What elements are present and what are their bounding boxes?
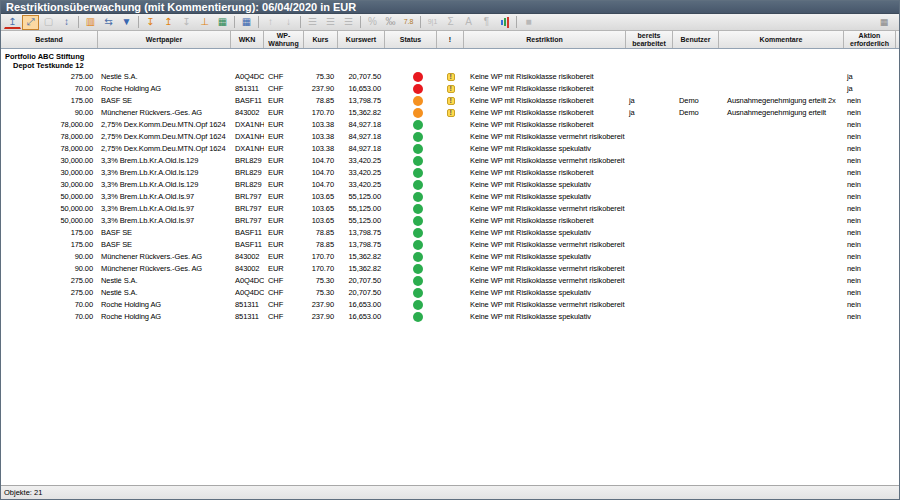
waehrung-cell: CHF xyxy=(264,275,304,287)
wkn-cell: DXA1NH xyxy=(231,131,264,143)
column-header-kurs[interactable]: Kurs xyxy=(304,31,338,48)
table-row[interactable]: 70.00Roche Holding AG851311CHF237.9016,6… xyxy=(1,311,899,323)
wkn-cell: BASF11 xyxy=(231,227,264,239)
column-header-status[interactable]: Status xyxy=(385,31,437,48)
status-cell xyxy=(385,192,437,202)
wertpapier-cell: BASF SE xyxy=(98,227,231,239)
waehrung-cell: CHF xyxy=(264,71,304,83)
freeze-columns-icon[interactable]: ▥ xyxy=(82,15,99,30)
window-layout-icon[interactable]: ▦ xyxy=(877,16,891,29)
table-row[interactable]: 78,000.002,75% Dex.Komm.Deu.MTN.Opf 1624… xyxy=(1,131,899,143)
table-row[interactable]: 30,000.003,3% Brem.Lb.Kr.A.Old.Is.129BRL… xyxy=(1,155,899,167)
waehrung-cell: EUR xyxy=(264,239,304,251)
decimal-places-icon[interactable]: 7.8 xyxy=(400,15,417,30)
restriktion-cell: Keine WP mit Risikoklasse risikobereit xyxy=(464,95,626,107)
aktion-cell: nein xyxy=(844,167,896,179)
kurs-cell: 104.70 xyxy=(304,179,338,191)
chart-columns-icon[interactable]: ▦ xyxy=(238,15,255,30)
permille-icon[interactable]: ‰ xyxy=(382,15,399,30)
status-cell xyxy=(385,120,437,130)
align-center-icon: ☰ xyxy=(322,15,339,30)
column-header-wertpapier[interactable]: Wertpapier xyxy=(98,31,231,48)
restriktion-cell: Keine WP mit Risikoklasse spekulativ xyxy=(464,179,626,191)
refresh-icon[interactable]: ⇆ xyxy=(100,15,117,30)
kommentar-cell: Ausnahmegenehmigung erteilt 2x xyxy=(719,95,844,107)
table-row[interactable]: 50,000.003,3% Brem.Lb.Kr.A.Old.Is.97BRL7… xyxy=(1,203,899,215)
bestand-cell: 70.00 xyxy=(1,311,98,323)
aktion-cell: nein xyxy=(844,119,896,131)
table-row[interactable]: 78,000.002,75% Dex.Komm.Deu.MTN.Opf 1624… xyxy=(1,143,899,155)
column-header-warnung[interactable]: ! xyxy=(437,31,464,48)
column-header-kurswert[interactable]: Kurswert xyxy=(338,31,385,48)
status-green-icon xyxy=(413,288,423,298)
kurswert-cell: 33,420.25 xyxy=(338,179,385,191)
fit-view-icon[interactable]: ⤢ xyxy=(22,15,39,30)
bestand-cell: 175.00 xyxy=(1,227,98,239)
table-row[interactable]: 90.00Münchener Rückvers.-Ges. AG843002EU… xyxy=(1,251,899,263)
aktion-cell: nein xyxy=(844,311,896,323)
wkn-cell: 843002 xyxy=(231,107,264,119)
kurs-cell: 103.38 xyxy=(304,131,338,143)
column-header-benutzer[interactable]: Benutzer xyxy=(673,31,719,48)
table-row[interactable]: 175.00BASF SEBASF11EUR78.8513,798.75!Kei… xyxy=(1,95,899,107)
bar-chart-icon[interactable] xyxy=(496,15,513,30)
table-row[interactable]: 70.00Roche Holding AG851311CHF237.9016,6… xyxy=(1,299,899,311)
waehrung-cell: CHF xyxy=(264,311,304,323)
table-row[interactable]: 275.00Nestlé S.A.A0Q4DCCHF75.3020,707.50… xyxy=(1,275,899,287)
wkn-cell: 851311 xyxy=(231,83,264,95)
column-header-kommentar[interactable]: Kommentare xyxy=(719,31,844,48)
status-cell xyxy=(385,240,437,250)
decimal-down-icon[interactable]: ↧ xyxy=(142,15,159,30)
filter-icon[interactable]: ▼ xyxy=(118,15,135,30)
wertpapier-cell: 2,75% Dex.Komm.Deu.MTN.Opf 1624 xyxy=(98,119,231,131)
wkn-cell: A0Q4DC xyxy=(231,287,264,299)
table-row[interactable]: 50,000.003,3% Brem.Lb.Kr.A.Old.Is.97BRL7… xyxy=(1,215,899,227)
kurs-cell: 78.85 xyxy=(304,227,338,239)
kurswert-cell: 84,927.18 xyxy=(338,119,385,131)
kurs-cell: 237.90 xyxy=(304,83,338,95)
page-number-icon: 9|1 xyxy=(424,15,441,30)
export-icon[interactable]: ↥ xyxy=(4,16,21,29)
decimal-up-icon[interactable]: ↥ xyxy=(160,15,177,30)
table-row[interactable]: 175.00BASF SEBASF11EUR78.8513,798.75Kein… xyxy=(1,239,899,251)
table-row[interactable]: 90.00Münchener Rückvers.-Ges. AG843002EU… xyxy=(1,263,899,275)
column-header-restriktion[interactable]: Restriktion xyxy=(464,31,626,48)
table-row[interactable]: 30,000.003,3% Brem.Lb.Kr.A.Old.Is.129BRL… xyxy=(1,167,899,179)
column-header-bestand[interactable]: Bestand xyxy=(1,31,98,48)
status-orange-icon xyxy=(413,96,423,106)
bestand-cell: 175.00 xyxy=(1,239,98,251)
table-row[interactable]: 175.00BASF SEBASF11EUR78.8513,798.75Kein… xyxy=(1,227,899,239)
waehrung-cell: EUR xyxy=(264,203,304,215)
table-row[interactable]: 90.00Münchener Rückvers.-Ges. AG843002EU… xyxy=(1,107,899,119)
wertpapier-cell: 3,3% Brem.Lb.Kr.A.Old.Is.97 xyxy=(98,203,231,215)
wertpapier-cell: Nestlé S.A. xyxy=(98,287,231,299)
table-row[interactable]: 70.00Roche Holding AG851311CHF237.9016,6… xyxy=(1,83,899,95)
table-row[interactable]: 50,000.003,3% Brem.Lb.Kr.A.Old.Is.97BRL7… xyxy=(1,191,899,203)
column-header-aktion[interactable]: Aktion erforderlich xyxy=(844,31,896,48)
table-row[interactable]: 275.00Nestlé S.A.A0Q4DCCHF75.3020,707.50… xyxy=(1,287,899,299)
table-row[interactable]: 30,000.003,3% Brem.Lb.Kr.A.Old.Is.129BRL… xyxy=(1,179,899,191)
waehrung-cell: EUR xyxy=(264,155,304,167)
row-height-icon[interactable]: ↕ xyxy=(58,15,75,30)
kurs-cell: 104.70 xyxy=(304,167,338,179)
column-header-wkn[interactable]: WKN xyxy=(231,31,264,48)
kurswert-cell: 20,707.50 xyxy=(338,287,385,299)
status-green-icon xyxy=(413,180,423,190)
table-row[interactable]: 275.00Nestlé S.A.A0Q4DCCHF75.3020,707.50… xyxy=(1,71,899,83)
table-row[interactable]: 78,000.002,75% Dex.Komm.Deu.MTN.Opf 1624… xyxy=(1,119,899,131)
status-cell xyxy=(385,300,437,310)
bestand-cell: 275.00 xyxy=(1,275,98,287)
restriktion-cell: Keine WP mit Risikoklasse vermehrt risik… xyxy=(464,299,626,311)
toolbar-separator xyxy=(516,16,517,28)
wkn-cell: BRL829 xyxy=(231,155,264,167)
underline-icon[interactable]: ⊥ xyxy=(196,15,213,30)
statistics-icon[interactable]: ▦ xyxy=(214,15,231,30)
wkn-cell: BASF11 xyxy=(231,95,264,107)
aktion-cell: ja xyxy=(844,71,896,83)
wertpapier-cell: 3,3% Brem.Lb.Kr.A.Old.Is.129 xyxy=(98,155,231,167)
status-bar: Objekte: 21 xyxy=(1,485,899,499)
column-header-bearbeitet[interactable]: bereits bearbeitet xyxy=(626,31,673,48)
column-header-waehrung[interactable]: WP- Währung xyxy=(264,31,304,48)
wkn-cell: BRL797 xyxy=(231,191,264,203)
kurs-cell: 103.38 xyxy=(304,143,338,155)
